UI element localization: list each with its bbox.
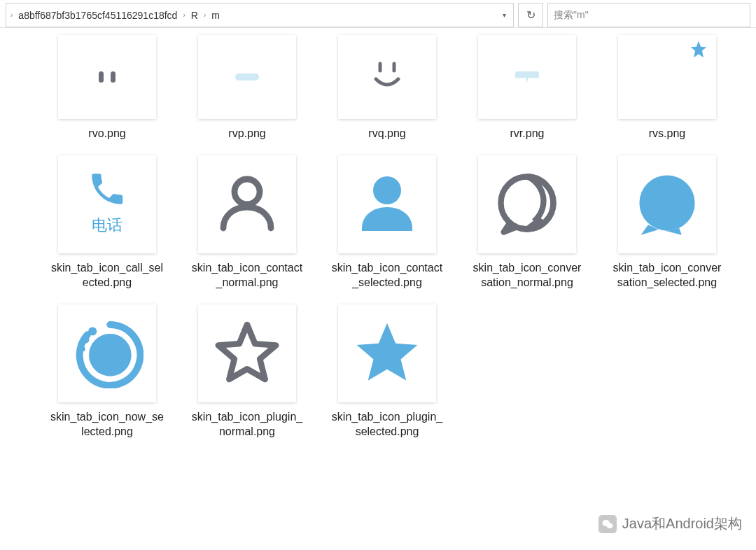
thumbnail [198,155,296,253]
thumbnail [198,304,296,402]
call-selected-icon: 电话 [87,169,127,236]
file-name: rvo.png [85,125,128,143]
now-selected-icon [71,316,144,390]
address-toolbar: › a8bff687bf3b1765cf45116291c18fcd › R ›… [0,0,756,28]
thumbnail [58,304,156,402]
file-name: skin_tab_icon_call_selected.png [48,259,167,292]
file-item[interactable]: 电话 skin_tab_icon_call_selected.png [41,155,174,292]
thumbnail [618,155,716,253]
plugin-selected-icon [351,316,424,390]
conversation-normal-icon [492,168,562,240]
thumbnail [618,35,716,119]
file-name: skin_tab_icon_conversation_normal.png [468,259,587,292]
chevron-right-icon: › [204,11,206,19]
search-placeholder: 搜索"m" [554,9,589,22]
rvo-icon [99,71,115,83]
watermark-text: Java和Android架构 [622,514,742,533]
call-label: 电话 [92,215,122,236]
svg-point-5 [639,176,694,231]
svg-point-6 [89,334,132,376]
file-item[interactable]: skin_tab_icon_conversation_normal.png [461,155,594,292]
file-name: rvp.png [225,125,268,143]
file-item[interactable]: rvp.png [181,35,314,143]
breadcrumb-item[interactable]: m [211,10,220,21]
refresh-button[interactable]: ↻ [518,3,543,27]
file-name: skin_tab_icon_plugin_selected.png [328,408,447,441]
file-name: rvq.png [365,125,408,143]
rvp-icon [235,73,259,80]
file-name: skin_tab_icon_plugin_normal.png [188,408,307,441]
thumbnail [338,155,436,253]
breadcrumb[interactable]: › a8bff687bf3b1765cf45116291c18fcd › R ›… [6,3,514,27]
svg-point-11 [606,523,612,528]
rvs-icon [618,35,716,119]
file-item[interactable]: skin_tab_icon_plugin_normal.png [181,304,314,441]
svg-point-9 [80,346,85,351]
svg-point-7 [88,327,97,336]
file-name: skin_tab_icon_conversation_selected.png [608,259,727,292]
contact-normal-icon [214,169,281,239]
breadcrumb-item[interactable]: a8bff687bf3b1765cf45116291c18fcd [18,10,177,21]
file-item[interactable]: skin_tab_icon_plugin_selected.png [321,304,454,441]
file-name: skin_tab_icon_contact_selected.png [328,259,447,292]
file-item[interactable]: rvo.png [41,35,174,143]
chevron-right-icon: › [10,11,13,19]
rvr-icon [515,71,539,83]
file-grid: rvo.png rvp.png rvq.png rvr.png rvs.png [0,28,756,448]
thumbnail [58,35,156,119]
search-input[interactable]: 搜索"m" [547,3,750,27]
file-name: skin_tab_icon_contact_normal.png [188,259,307,292]
thumbnail [338,304,436,402]
thumbnail: 电话 [58,155,156,253]
file-item[interactable]: rvs.png [601,35,734,143]
file-item[interactable]: skin_tab_icon_conversation_selected.png [601,155,734,292]
breadcrumb-item[interactable]: R [191,10,198,21]
file-name: rvs.png [646,125,688,143]
file-item[interactable]: skin_tab_icon_contact_selected.png [321,155,454,292]
conversation-selected-icon [632,168,702,240]
file-item[interactable]: rvr.png [461,35,594,143]
file-name: rvr.png [507,125,547,143]
thumbnail [338,35,436,119]
chevron-right-icon: › [183,11,185,19]
chevron-down-icon[interactable]: ▾ [500,8,509,22]
rvq-icon [368,57,407,98]
watermark: Java和Android架构 [598,514,742,533]
file-name: skin_tab_icon_now_selected.png [48,408,167,441]
svg-point-3 [373,176,401,204]
refresh-icon: ↻ [526,8,536,22]
svg-point-2 [234,179,260,204]
thumbnail [478,155,576,253]
thumbnail [198,35,296,119]
file-item[interactable]: rvq.png [321,35,454,143]
plugin-normal-icon [211,316,284,390]
file-item[interactable]: skin_tab_icon_now_selected.png [41,304,174,441]
file-item[interactable]: skin_tab_icon_contact_normal.png [181,155,314,292]
thumbnail [478,35,576,119]
svg-point-8 [83,337,90,344]
wechat-icon [598,515,617,533]
contact-selected-icon [354,169,421,239]
